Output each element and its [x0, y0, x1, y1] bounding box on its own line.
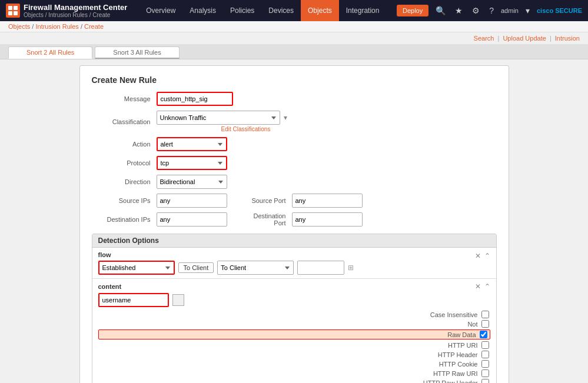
http-header-row: HTTP Header [98, 351, 490, 358]
protocol-label: Protocol [92, 159, 157, 166]
action-row: Action alert pass drop reject sdrop [92, 137, 497, 151]
to-client-badge: To Client [178, 262, 214, 273]
nav-policies[interactable]: Policies [223, 0, 261, 21]
action-select[interactable]: alert pass drop reject sdrop [157, 137, 227, 151]
source-port-label: Source Port [245, 197, 292, 204]
classification-chevron-icon[interactable]: ▾ [284, 114, 287, 122]
flow-established-select[interactable]: Established Not Established Stateless No… [98, 261, 175, 275]
intrusion-link[interactable]: Intrusion [555, 35, 580, 42]
http-cookie-checkbox[interactable] [481, 360, 489, 368]
nav-analysis[interactable]: Analysis [182, 0, 223, 21]
deploy-button[interactable]: Deploy [397, 5, 428, 16]
content-chevron-icon[interactable]: ⌃ [484, 282, 490, 291]
flow-scroll-icon[interactable]: ⊞ [348, 264, 354, 272]
flow-label: flow [98, 251, 111, 258]
content-option-block: content ✕ ⌃ Case Insensitive [92, 279, 496, 383]
source-port-input[interactable] [292, 194, 363, 208]
svg-rect-2 [8, 11, 12, 15]
breadcrumb-create-link[interactable]: Create [84, 23, 104, 30]
breadcrumb-intrusion-link[interactable]: Intrusion Rules [35, 23, 78, 30]
detection-options-header: Detection Options [92, 234, 496, 248]
http-raw-uri-row: HTTP Raw URI [98, 369, 490, 377]
classification-controls: Unknown Traffic ▾ Edit Classifications [157, 111, 287, 132]
create-rule-panel: Create New Rule Message Classification U… [79, 65, 509, 383]
raw-data-checkbox[interactable] [480, 331, 487, 338]
action-label: Action [92, 141, 157, 148]
content-input-btn[interactable] [172, 294, 184, 306]
http-cookie-label: HTTP Cookie [439, 361, 478, 368]
not-checkbox[interactable] [481, 320, 489, 328]
content-input-row [98, 293, 490, 307]
main-content: Create New Rule Message Classification U… [0, 59, 588, 383]
classification-select[interactable]: Unknown Traffic [157, 111, 280, 125]
svg-rect-1 [14, 6, 18, 10]
http-uri-row: HTTP URI [98, 341, 490, 349]
nav-overview[interactable]: Overview [139, 0, 182, 21]
flow-extra-input[interactable] [297, 261, 344, 275]
http-raw-uri-checkbox[interactable] [481, 369, 489, 377]
gear-icon[interactable]: ⚙ [470, 5, 482, 16]
svg-rect-3 [14, 11, 18, 15]
flow-close-icon[interactable]: ✕ [475, 252, 481, 260]
content-label: content [98, 283, 122, 290]
app-subtitle: Objects / Intrusion Rules / Create [24, 12, 127, 18]
protocol-row: Protocol tcp udp icmp ip [92, 156, 497, 170]
case-insensitive-checkbox[interactable] [481, 311, 489, 318]
search-link[interactable]: Search [474, 35, 494, 42]
flow-option-block: flow ✕ ⌃ Established Not Established Sta… [92, 248, 496, 279]
raw-data-row: Raw Data [98, 329, 490, 339]
nav-devices[interactable]: Devices [261, 0, 301, 21]
http-uri-checkbox[interactable] [481, 341, 489, 349]
breadcrumb-objects-link[interactable]: Objects [8, 23, 30, 30]
tab-snort2[interactable]: Snort 2 All Rules [8, 46, 92, 59]
destination-port-input[interactable] [292, 212, 363, 227]
http-raw-header-label: HTTP Raw Header [423, 379, 478, 384]
message-label: Message [92, 95, 157, 102]
content-options: Case Insensitive Not Raw Data HTTP URI [98, 311, 490, 383]
http-header-label: HTTP Header [438, 351, 478, 358]
nav-objects[interactable]: Objects [301, 0, 339, 21]
cisco-logo: cisco SECURE [537, 7, 582, 14]
app-logo: Firewall Management Center Objects / Int… [6, 3, 127, 18]
detection-options-section: Detection Options flow ✕ ⌃ Established N… [92, 234, 497, 383]
help-icon[interactable]: ? [487, 5, 496, 16]
case-insensitive-row: Case Insensitive [98, 311, 490, 318]
flow-chevron-icon[interactable]: ⌃ [484, 252, 490, 260]
content-close-icon[interactable]: ✕ [475, 282, 481, 291]
edit-classifications-link[interactable]: Edit Classifications [221, 126, 287, 132]
http-raw-uri-label: HTTP Raw URI [433, 370, 478, 377]
tab-snort3[interactable]: Snort 3 All Rules [95, 46, 179, 59]
http-raw-header-row: HTTP Raw Header [98, 379, 490, 383]
content-input[interactable] [98, 293, 169, 307]
flow-direction-select[interactable]: To Client To Server From Client From Ser… [217, 261, 294, 275]
main-nav: Overview Analysis Policies Devices Objec… [139, 0, 397, 21]
destination-ips-label: Destination IPs [92, 216, 157, 223]
top-links: Search | Upload Update | Intrusion [0, 32, 588, 44]
http-raw-header-checkbox[interactable] [481, 379, 489, 383]
destination-ips-input[interactable] [157, 212, 227, 227]
not-label: Not [467, 321, 477, 328]
raw-data-label: Raw Data [447, 331, 476, 338]
source-row: Source IPs Source Port [92, 194, 497, 208]
protocol-select[interactable]: tcp udp icmp ip [157, 156, 227, 170]
case-insensitive-label: Case Insensitive [430, 311, 478, 318]
http-header-checkbox[interactable] [481, 351, 489, 358]
breadcrumb: Objects / Intrusion Rules / Create [0, 21, 588, 32]
http-uri-label: HTTP URI [448, 342, 478, 349]
direction-select[interactable]: Bidirectional Unidirectional [157, 175, 227, 189]
top-navigation: Firewall Management Center Objects / Int… [0, 0, 588, 21]
classification-row: Classification Unknown Traffic ▾ Edit Cl… [92, 111, 497, 132]
nav-integration[interactable]: Integration [339, 0, 387, 21]
form-title: Create New Rule [92, 75, 497, 85]
logo-icon [6, 4, 20, 18]
message-input[interactable] [157, 92, 233, 106]
secondary-nav: Snort 2 All Rules Snort 3 All Rules [0, 44, 588, 59]
admin-chevron-icon[interactable]: ▾ [523, 5, 532, 16]
upload-update-link[interactable]: Upload Update [503, 35, 546, 42]
source-ips-input[interactable] [157, 194, 227, 208]
app-title-block: Firewall Management Center Objects / Int… [24, 3, 127, 18]
star-icon[interactable]: ★ [453, 5, 465, 16]
http-cookie-row: HTTP Cookie [98, 360, 490, 368]
admin-label[interactable]: admin [501, 7, 519, 14]
search-icon[interactable]: 🔍 [433, 5, 448, 16]
